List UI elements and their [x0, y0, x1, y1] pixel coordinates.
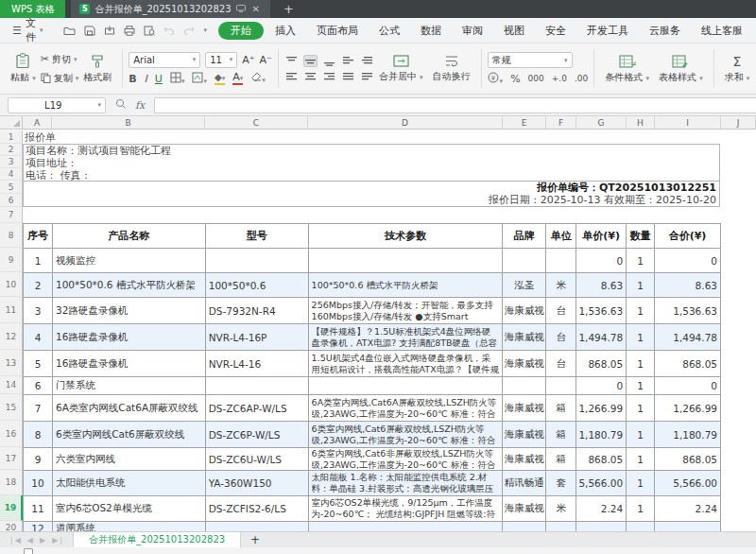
row-header-17[interactable]: 17 [0, 447, 23, 470]
open-folder-icon[interactable] [63, 26, 76, 36]
cell-E19[interactable]: 海康威视 [503, 496, 546, 522]
cell-I19[interactable]: 2.24 [655, 496, 721, 522]
cell-F9[interactable] [546, 249, 576, 273]
cell-E15[interactable]: 海康威视 [503, 395, 546, 422]
cell-E8[interactable]: 品牌 [503, 224, 546, 249]
row-header-18[interactable]: 18 [0, 470, 23, 495]
cell-G11[interactable]: 1,536.63 [576, 298, 627, 324]
italic-button[interactable]: I [145, 73, 147, 85]
cell-F8[interactable]: 单位 [546, 224, 576, 249]
cell-H19[interactable]: 1 [627, 496, 655, 522]
column-header-H[interactable]: H [627, 116, 655, 129]
cell-A9[interactable]: 1 [24, 249, 53, 273]
cell-D14[interactable] [309, 377, 504, 395]
cell-A20[interactable]: 12 [24, 522, 53, 531]
cell-G20[interactable] [576, 522, 627, 531]
currency-format-button[interactable]: ¥▾ [488, 72, 504, 85]
cell-F13[interactable]: 台 [546, 351, 576, 377]
cell-G10[interactable]: 8.63 [576, 273, 627, 298]
cell-B14[interactable]: 门禁系统 [53, 377, 206, 395]
column-header-B[interactable]: B [52, 116, 205, 129]
cell-F10[interactable]: 米 [546, 273, 576, 298]
cell-A11[interactable]: 3 [24, 298, 53, 324]
row-header-9[interactable]: 9 [0, 248, 23, 272]
column-header-G[interactable]: G [576, 116, 627, 129]
cell-E10[interactable]: 泓圣 [503, 273, 546, 298]
cell-H15[interactable]: 1 [627, 395, 655, 422]
align-center-icon[interactable] [303, 71, 318, 83]
cell-I11[interactable]: 1,536.63 [655, 298, 721, 324]
valign-middle-icon[interactable] [303, 55, 318, 67]
first-sheet-icon[interactable]: ❘◀ [9, 536, 21, 545]
cell-G16[interactable]: 1,180.79 [576, 422, 627, 448]
row-header-19[interactable]: 19 [0, 495, 23, 521]
cell-B20[interactable]: 道闸系统 [53, 522, 206, 531]
cell-E12[interactable]: 海康威视 [503, 324, 546, 351]
menu-tab-视图[interactable]: 视图 [494, 22, 534, 40]
row-header-7[interactable]: 7 [0, 207, 23, 223]
font-size-select[interactable]: 11▾ [205, 52, 237, 68]
column-header-C[interactable]: C [205, 116, 308, 129]
cell-F15[interactable]: 箱 [546, 395, 576, 422]
cell-F20[interactable] [546, 522, 576, 531]
row-header-2[interactable]: 2 [0, 144, 23, 156]
cell-G12[interactable]: 1,494.78 [576, 324, 627, 351]
eraser-button[interactable]: ▾ [250, 72, 266, 85]
formula-input[interactable] [154, 97, 756, 113]
distributed-icon[interactable] [360, 71, 374, 83]
print-preview-icon[interactable] [144, 26, 155, 36]
row-header-20[interactable]: 20 [0, 521, 23, 531]
row-header-8[interactable]: 8 [0, 223, 23, 248]
column-header-E[interactable]: E [503, 116, 546, 129]
row-header-3[interactable]: 3 [0, 156, 23, 168]
menu-tab-线上客服[interactable]: 线上客服 [692, 22, 752, 40]
cell-G19[interactable]: 2.24 [576, 496, 627, 522]
cell-H14[interactable]: 1 [627, 377, 655, 395]
borders-button[interactable]: ▾ [170, 72, 185, 86]
cell-H12[interactable]: 1 [627, 324, 655, 351]
fill-color-button[interactable]: ◆▾ [215, 73, 225, 85]
cell-C17[interactable]: DS-ZC6U-W/LS [206, 448, 309, 471]
cell-G9[interactable]: 0 [576, 249, 627, 273]
comma-format-button[interactable]: 000 [528, 74, 544, 83]
increase-indent-icon[interactable] [360, 55, 374, 67]
name-box[interactable]: L19 ▾ [8, 97, 106, 113]
cell-C9[interactable] [206, 249, 309, 273]
cell-A17[interactable]: 9 [24, 448, 53, 471]
cell-D16[interactable]: 6类室内网线,Cat6屏蔽双绞线,LSZH防火等级,23AWG,工作温度为-20… [309, 422, 504, 448]
column-header-I[interactable]: I [655, 116, 721, 129]
increase-decimal-button[interactable]: +.0 [552, 74, 567, 83]
cell-H20[interactable] [627, 522, 655, 531]
prev-sheet-icon[interactable]: ◀ [27, 536, 33, 545]
file-menu-button[interactable]: ☰ 文件 ▾ [7, 16, 48, 44]
cell-style-button[interactable]: ▾ [192, 72, 207, 86]
row-header-6[interactable]: 6 [0, 194, 23, 207]
font-color-button[interactable]: A▾ [232, 73, 243, 85]
cell-D19[interactable]: 室内6芯OS2单模光缆，9/125μm，工作温度为-20~60℃； 光缆结构:G… [309, 496, 504, 522]
cell-E20[interactable] [503, 522, 546, 531]
cell-F19[interactable]: 米 [546, 496, 576, 522]
cell-I18[interactable]: 5,566.00 [655, 471, 721, 496]
close-document-icon[interactable]: ✕ [250, 4, 262, 14]
paste-button[interactable]: 粘贴 ▾ [6, 46, 41, 91]
next-sheet-icon[interactable]: ▶ [40, 536, 45, 545]
cell-I15[interactable]: 1,266.99 [655, 395, 721, 422]
cell-G17[interactable]: 868.05 [576, 448, 627, 471]
cut-button[interactable]: ✂剪切▾ [41, 53, 79, 66]
export-icon[interactable] [104, 26, 115, 36]
cell-C18[interactable]: YA-360W150 [206, 471, 309, 496]
cell-C20[interactable] [206, 522, 309, 531]
cell-H10[interactable]: 1 [627, 273, 655, 298]
cell-B15[interactable]: 6A类室内网线Cat6A屏蔽双绞线 [53, 395, 206, 422]
cell-D11[interactable]: 256Mbps接入/存储/转发；开智能，最多支持160Mbps接入/存储/转发 … [309, 298, 504, 324]
document-tab[interactable]: S 合并报价单_20251013202823 ✕ [71, 0, 269, 18]
justify-icon[interactable] [341, 71, 355, 83]
print-icon[interactable] [124, 26, 135, 36]
number-format-select[interactable]: 常规▾ [488, 52, 573, 68]
cell-F11[interactable]: 台 [546, 298, 576, 324]
cell-H9[interactable]: 1 [627, 249, 655, 273]
cell-C14[interactable] [206, 377, 309, 395]
align-right-icon[interactable] [322, 71, 336, 83]
cell-H16[interactable]: 1 [627, 422, 655, 448]
cell-H18[interactable]: 1 [627, 471, 655, 496]
